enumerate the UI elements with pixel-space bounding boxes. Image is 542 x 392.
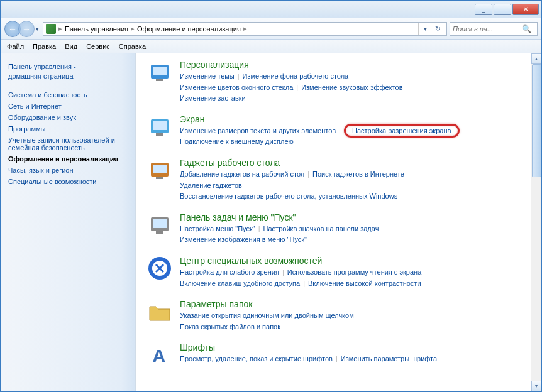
category-link[interactable]: Изменение звуковых эффектов [301,84,402,91]
refresh-button[interactable]: ↻ [431,23,444,35]
breadcrumb-current[interactable]: Оформление и персонализация [137,25,241,33]
search-input[interactable] [453,25,522,33]
category-link[interactable]: Изменение темы [180,72,235,80]
category-gadgets: Гаджеты рабочего столаДобавление гаджето… [145,158,521,202]
sidebar-home-link[interactable]: Панель управления - домашняя страница [8,62,128,82]
address-dropdown-button[interactable]: ▾ [419,23,431,35]
sidebar-item-7[interactable]: Специальные возможности [8,176,128,187]
category-link[interactable]: Настройка для слабого зрения [180,268,279,276]
window-buttons: _ □ ✕ [475,4,539,15]
category-title[interactable]: Панель задач и меню "Пуск" [180,212,521,222]
link-separator: | [255,225,263,232]
menu-view[interactable]: Вид [65,43,77,50]
link-separator: | [279,268,287,276]
category-links: Добавление гаджетов на рабочий стол|Поис… [180,169,521,202]
titlebar: _ □ ✕ [1,1,541,18]
category-links: Указание открытия одиночным или двойным … [180,310,521,332]
menubar: Файл Правка Вид Сервис Справка [1,40,541,53]
menu-help[interactable]: Справка [119,43,146,50]
close-button[interactable]: ✕ [512,4,539,15]
category-link[interactable]: Указание открытия одиночным или двойным … [180,312,354,319]
nav-history-dropdown[interactable]: ▾ [35,26,40,32]
category-link[interactable]: Изменение изображения в меню "Пуск" [180,236,307,243]
category-link[interactable]: Показ скрытых файлов и папок [180,323,280,330]
svg-text:A: A [152,346,166,366]
gadgets-icon [145,158,175,188]
nav-arrows: ← → ▾ [4,21,40,37]
svg-rect-11 [156,231,163,234]
breadcrumb-root[interactable]: Панель управления [65,25,128,33]
category-title[interactable]: Параметры папок [180,299,521,309]
sidebar-item-2[interactable]: Оборудование и звук [8,112,128,123]
search-icon[interactable]: 🔍 [522,24,531,33]
category-title[interactable]: Центр специальных возможностей [180,256,521,266]
category-links: Изменение темы|Изменение фона рабочего с… [180,71,521,104]
category-link[interactable]: Просмотр, удаление, показ и скрытие шриф… [180,355,333,362]
category-link[interactable]: Изменение размеров текста и других элеме… [180,127,336,134]
menu-edit[interactable]: Правка [33,43,56,50]
breadcrumb-separator: ▸ [130,24,136,33]
svg-rect-4 [153,121,167,130]
minimize-button[interactable]: _ [475,4,492,15]
sidebar: Панель управления - домашняя страница Си… [1,53,136,391]
control-panel-window: _ □ ✕ ← → ▾ ▸ Панель управления ▸ Оформл… [0,0,542,392]
category-title[interactable]: Экран [180,114,521,124]
category-personalization: ПерсонализацияИзменение темы|Изменение ф… [145,60,521,104]
svg-rect-5 [156,133,163,136]
category-link[interactable]: Настройка меню "Пуск" [180,225,255,232]
category-links: Изменение размеров текста и других элеме… [180,126,521,148]
link-separator: | [235,72,243,80]
category-link[interactable]: Восстановление гаджетов рабочего стола, … [180,192,397,200]
category-link[interactable]: Изменить параметры шрифта [341,355,437,362]
category-title[interactable]: Шрифты [180,342,521,352]
address-bar[interactable]: ▸ Панель управления ▸ Оформление и персо… [43,22,447,36]
category-link[interactable]: Поиск гаджетов в Интернете [312,170,404,178]
category-link[interactable]: Добавление гаджетов на рабочий стол [180,170,304,178]
category-fonts: AШрифтыПросмотр, удаление, показ и скрыт… [145,342,521,373]
link-separator: | [304,170,312,178]
breadcrumb-separator: ▸ [242,24,248,33]
sidebar-item-5[interactable]: Оформление и персонализация [8,153,128,165]
menu-tools[interactable]: Сервис [86,43,110,50]
category-link[interactable]: Использовать программу чтения с экрана [287,268,422,276]
menu-file[interactable]: Файл [7,43,24,50]
scroll-down-button[interactable]: ▾ [531,381,541,391]
category-link[interactable]: Изменение фона рабочего стола [243,72,349,80]
sidebar-item-1[interactable]: Сеть и Интернет [8,101,128,112]
vertical-scrollbar[interactable]: ▴ ▾ [531,53,541,391]
category-links: Настройка для слабого зрения|Использоват… [180,267,521,289]
content-area: Панель управления - домашняя страница Си… [1,53,541,391]
category-link[interactable]: Изменение цветов оконного стекла [180,84,293,91]
category-title[interactable]: Персонализация [180,60,521,70]
category-links: Настройка меню "Пуск"|Настройка значков … [180,224,521,246]
highlighted-link-screen-resolution[interactable]: Настройка разрешения экрана [344,124,460,138]
svg-rect-1 [153,67,167,75]
category-link[interactable]: Удаление гаджетов [180,182,242,189]
navigation-bar: ← → ▾ ▸ Панель управления ▸ Оформление и… [1,18,541,40]
category-link[interactable]: Включение клавиш удобного доступа [180,280,300,287]
scroll-up-button[interactable]: ▴ [531,53,541,64]
scroll-thumb[interactable] [532,64,541,177]
search-box[interactable]: 🔍 [450,22,538,36]
category-link[interactable]: Изменение заставки [180,94,246,102]
taskbar-icon [145,212,175,242]
category-link[interactable]: Настройка значков на панели задач [263,225,379,232]
personalization-icon [145,60,175,90]
category-link[interactable]: Подключение к внешнему дисплею [180,138,294,145]
category-link[interactable]: Включение высокой контрастности [308,280,421,287]
sidebar-item-6[interactable]: Часы, язык и регион [8,165,128,176]
svg-rect-8 [156,177,163,179]
svg-rect-2 [156,79,163,81]
link-separator: | [333,355,341,362]
sidebar-item-3[interactable]: Программы [8,123,128,134]
folders-icon [145,299,175,329]
link-separator: | [300,280,308,287]
maximize-button[interactable]: □ [494,4,511,15]
sidebar-item-0[interactable]: Система и безопасность [8,89,128,101]
category-title[interactable]: Гаджеты рабочего стола [180,158,521,168]
display-icon [145,114,175,144]
forward-button[interactable]: → [18,21,35,37]
sidebar-item-4[interactable]: Учетные записи пользователей и семейная … [8,134,128,153]
link-separator: | [293,84,301,91]
category-folders: Параметры папокУказание открытия одиночн… [145,299,521,332]
